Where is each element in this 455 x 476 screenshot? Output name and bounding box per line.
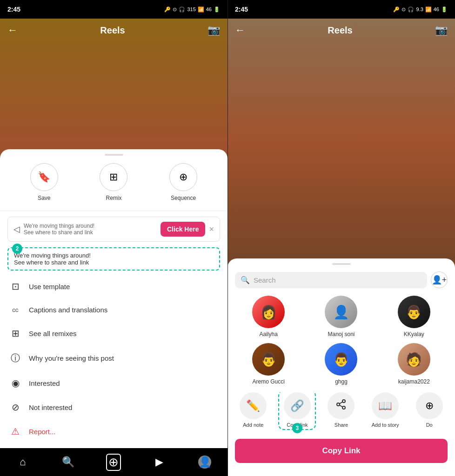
network-icon: 46 <box>206 7 212 12</box>
add-note-label: Add note <box>243 422 263 428</box>
create-icon: ⊕ <box>106 454 121 471</box>
person-kkyalay[interactable]: 👨 KKyalay <box>381 296 448 337</box>
copy-link-circle: 🔗 <box>284 392 311 419</box>
add-to-story-icon: 📖 <box>378 399 392 412</box>
notif-line1: We're moving things around! <box>14 252 91 259</box>
person-name-aremo: Aremo Gucci <box>252 378 284 385</box>
nav-home[interactable]: ⌂ <box>11 450 34 474</box>
save-action[interactable]: 🔖 Save <box>30 163 58 201</box>
status-bar-right: 2:45 🔑 ⊙ 🎧 9.3 📶 46 🔋 <box>228 0 455 19</box>
person-manoj-soni[interactable]: 👤 Manoj soni <box>308 296 375 337</box>
action-copy-link[interactable]: 3 🔗 Copy link <box>282 392 312 428</box>
key-icon: 🔑 <box>164 7 171 13</box>
remix-label: Remix <box>106 195 121 201</box>
svg-point-1 <box>337 403 340 406</box>
why-seeing-label: Why you're seeing this post <box>29 354 114 362</box>
share-icon <box>335 399 347 413</box>
action-add-to-story[interactable]: 📖 Add to story <box>370 392 401 428</box>
signal-icon: ⊙ <box>173 7 177 13</box>
person-aailyha[interactable]: 👩 Aailyha <box>235 296 302 337</box>
status-icons-right: 🔑 ⊙ 🎧 9.3 📶 46 🔋 <box>393 7 448 13</box>
status-icons-left: 🔑 ⊙ 🎧 315 📶 46 🔋 <box>164 7 220 13</box>
sequence-action[interactable]: ⊕ Sequence <box>169 163 197 201</box>
avatar-face-manoj: 👤 <box>333 304 349 320</box>
menu-item-report[interactable]: ⚠ Report... <box>0 419 228 443</box>
person-name-kkyalay: KKyalay <box>404 331 424 337</box>
profile-icon: 👤 <box>198 456 211 469</box>
add-person-icon: 👤+ <box>432 275 447 285</box>
remixes-label: See all remixes <box>29 330 77 337</box>
reels-header-right: ← Reels 📷 <box>228 19 455 42</box>
remix-action[interactable]: ⊞ Remix <box>100 163 127 201</box>
person-aremo-gucci[interactable]: 👨 Aremo Gucci <box>235 343 302 385</box>
people-grid: 👩 Aailyha 👤 Manoj soni 👨 KKyalay 👨 <box>228 296 455 392</box>
bottom-nav: ⌂ 🔍 ⊕ ▶ 👤 <box>0 448 228 476</box>
data-icon-right: 9.3 <box>416 7 423 12</box>
svg-point-2 <box>342 406 345 409</box>
camera-icon-right[interactable]: 📷 <box>435 24 448 36</box>
bottom-sheet: 🔖 Save ⊞ Remix ⊕ Sequence ◁ We're moving… <box>0 149 228 476</box>
search-placeholder: Search <box>254 276 422 284</box>
nav-reels[interactable]: ▶ <box>147 450 171 474</box>
more-label: Do <box>426 422 433 428</box>
search-bar[interactable]: 🔍 Search <box>235 272 427 288</box>
menu-item-use-template[interactable]: ⊡ Use template <box>0 274 228 298</box>
add-people-button[interactable]: 👤+ <box>431 271 448 288</box>
save-icon-circle: 🔖 <box>30 163 58 191</box>
signal-icon-right: ⊙ <box>401 7 406 13</box>
right-panel: 2:45 🔑 ⊙ 🎧 9.3 📶 46 🔋 ← Reels 📷 🔍 Search… <box>228 0 455 476</box>
wifi-icon-right: 📶 <box>425 7 432 13</box>
back-button-right[interactable]: ← <box>235 24 245 36</box>
add-to-story-circle: 📖 <box>372 392 399 419</box>
menu-item-why-seeing[interactable]: ⓘ Why you're seeing this post <box>0 345 228 371</box>
menu-item-not-interested[interactable]: ⊘ Not interested <box>0 395 228 419</box>
status-bar-left: 2:45 🔑 ⊙ 🎧 315 📶 46 🔋 <box>0 0 228 19</box>
action-more[interactable]: ⊕ Do <box>414 392 444 428</box>
promo-click-here-button[interactable]: Click Here <box>161 222 205 237</box>
action-icons-row: 🔖 Save ⊞ Remix ⊕ Sequence <box>0 163 228 211</box>
more-circle: ⊕ <box>416 392 443 419</box>
menu-item-captions[interactable]: ㏄ Captions and translations <box>0 298 228 321</box>
reels-title-right: Reels <box>328 25 352 36</box>
not-interested-icon: ⊘ <box>9 402 21 413</box>
report-label: Report... <box>29 428 56 436</box>
back-button-left[interactable]: ← <box>7 24 18 36</box>
search-nav-icon: 🔍 <box>62 456 74 468</box>
menu-item-interested[interactable]: ◉ Interested <box>0 371 228 395</box>
svg-line-4 <box>340 402 343 404</box>
nav-create[interactable]: ⊕ <box>102 450 125 474</box>
promo-close-button[interactable]: × <box>209 225 214 234</box>
share-sheet: 🔍 Search 👤+ 👩 Aailyha 👤 Manoj soni <box>228 258 455 476</box>
why-seeing-icon: ⓘ <box>9 352 21 364</box>
avatar-manoj-soni: 👤 <box>325 296 357 328</box>
copy-link-big-button[interactable]: Copy Link <box>235 439 448 463</box>
add-note-icon: ✏️ <box>246 399 260 412</box>
save-label: Save <box>38 195 50 201</box>
notification-badge: 2 <box>12 244 22 254</box>
more-icon: ⊕ <box>425 400 434 412</box>
avatar-face-kkyalay: 👨 <box>406 304 422 320</box>
use-template-icon: ⊡ <box>9 281 21 292</box>
camera-icon-left[interactable]: 📷 <box>207 24 220 36</box>
promo-line2: See where to share and link <box>24 229 157 236</box>
promo-line1: We're moving things around! <box>24 223 157 229</box>
nav-profile[interactable]: 👤 <box>193 450 216 474</box>
promo-icon: ◁ <box>13 224 20 234</box>
avatar-face-aremo: 👨 <box>261 352 277 367</box>
bt-icon-right: 🎧 <box>408 7 414 13</box>
data-icon: 315 <box>187 7 195 12</box>
nav-search[interactable]: 🔍 <box>57 450 80 474</box>
action-share[interactable]: Share <box>326 392 356 428</box>
remixes-icon: ⊞ <box>9 328 21 339</box>
action-add-note[interactable]: ✏️ Add note <box>238 392 268 428</box>
notif-line2: See where to share and link <box>14 259 89 266</box>
sequence-label: Sequence <box>171 195 196 201</box>
svg-point-0 <box>342 400 345 403</box>
menu-item-remixes[interactable]: ⊞ See all remixes <box>0 321 228 345</box>
captions-label: Captions and translations <box>29 306 107 314</box>
wifi-icon: 📶 <box>198 7 204 13</box>
person-name-ghgg: ghgg <box>335 378 348 385</box>
person-kaijama2022[interactable]: 🧑 kaijama2022 <box>381 343 448 385</box>
person-ghgg[interactable]: 👨 ghgg <box>308 343 375 385</box>
share-actions-row: ✏️ Add note 3 🔗 Copy link <box>228 392 455 435</box>
